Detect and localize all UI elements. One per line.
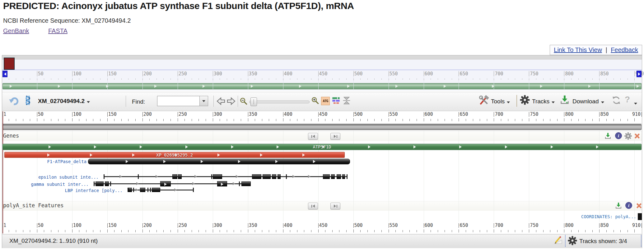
polya-prev-feature-button[interactable]	[308, 203, 318, 209]
strand-arrow-icon	[221, 183, 223, 186]
feature-exon-box[interactable]	[128, 188, 132, 192]
feature-exon-box[interactable]	[241, 181, 251, 186]
chevron-down-icon	[552, 101, 555, 103]
strand-arrow-icon	[49, 145, 51, 148]
chevron-down-icon	[507, 101, 510, 103]
chevron-down-icon	[87, 101, 90, 103]
feature-exon-arrow-box[interactable]	[160, 181, 171, 186]
strand-arrow-icon	[302, 153, 305, 157]
genes-next-feature-button[interactable]	[330, 133, 340, 140]
strand-arrow-icon	[10, 85, 12, 88]
fasta-link[interactable]: FASTA	[48, 27, 68, 35]
pan-right-button[interactable]	[226, 96, 236, 106]
strand-arrow-icon	[551, 145, 553, 148]
help-icon[interactable]: ?	[625, 95, 630, 105]
main-ruler	[2, 111, 642, 124]
polya-info-icon[interactable]: i	[625, 202, 632, 209]
strand-arrow-icon	[505, 145, 507, 148]
strand-arrow-icon	[140, 145, 142, 148]
genes-close-icon[interactable]	[634, 133, 640, 139]
tracks-config-gear-icon[interactable]	[567, 236, 577, 246]
strand-arrow-icon	[260, 153, 263, 157]
toolbar-separator	[213, 96, 214, 107]
feature-label: ATP5F1D	[313, 144, 331, 149]
chevron-down-icon	[634, 103, 637, 105]
flip-strands-icon[interactable]	[342, 96, 351, 105]
overview-pan-right-button[interactable]	[637, 71, 642, 77]
genes-info-icon[interactable]: i	[615, 132, 622, 139]
feature-exon-box[interactable]	[172, 174, 177, 179]
feature-bar[interactable]	[88, 159, 350, 164]
feature-exon-arrow-box[interactable]	[217, 181, 227, 186]
pan-left-button[interactable]	[216, 96, 226, 106]
polya-close-icon[interactable]	[636, 203, 642, 209]
strand-arrow-icon	[299, 85, 301, 88]
strand-arrow-icon	[185, 145, 188, 148]
tracks-menu[interactable]: Tracks	[532, 98, 555, 105]
strand-arrow-icon	[47, 153, 50, 157]
refresh-icon[interactable]	[612, 96, 621, 105]
gear-icon	[520, 95, 530, 105]
feature-exon-box[interactable]	[105, 181, 109, 186]
strand-arrow-icon	[203, 85, 205, 88]
overview-selection-box[interactable]	[4, 58, 15, 70]
tools-menu[interactable]: Tools	[491, 98, 510, 105]
strand-arrow-icon	[277, 145, 279, 148]
zoom-out-icon[interactable]	[240, 97, 248, 106]
feature-exon-box[interactable]	[342, 174, 345, 179]
polya-coordinates-label: COORDINATES: polyA...	[581, 214, 636, 219]
zoom-slider-handle[interactable]	[250, 97, 257, 106]
feature-exon-box[interactable]	[96, 181, 104, 186]
toolbar-overflow-menu[interactable]	[634, 100, 637, 106]
strand-arrow-icon	[444, 85, 446, 88]
find-input[interactable]	[157, 96, 200, 106]
feature-bar[interactable]: ATP5F1D	[2, 144, 642, 150]
feature-exon-box[interactable]	[152, 188, 160, 192]
feature-exon-box[interactable]	[213, 174, 222, 179]
feature-exon-box[interactable]	[323, 174, 330, 179]
zoom-in-icon[interactable]	[311, 96, 320, 105]
sequence-id-dropdown[interactable]: XM_027049494.2	[38, 98, 90, 105]
genes-settings-gear-icon[interactable]	[624, 132, 632, 140]
feedback-link[interactable]: Feedback	[611, 46, 638, 53]
undo-view-icon[interactable]	[9, 96, 20, 107]
overview-pan-left-button[interactable]	[2, 71, 7, 77]
feature-exon-box[interactable]	[178, 174, 182, 179]
overview-sequence-bar[interactable]	[2, 83, 642, 89]
zoom-slider-track[interactable]	[249, 101, 310, 103]
strand-arrow-icon	[492, 85, 494, 88]
polya-next-feature-button[interactable]	[330, 203, 340, 209]
edit-pencil-icon[interactable]	[553, 235, 563, 245]
strand-arrow-icon	[459, 145, 462, 148]
feature-exon-box[interactable]	[263, 174, 271, 179]
link-to-this-view-link[interactable]: Link To This View	[554, 46, 602, 53]
feature-exon-box[interactable]	[140, 188, 145, 192]
strand-arrow-icon	[94, 145, 96, 148]
right-triangle-icon	[638, 73, 640, 76]
feature-exon-box[interactable]	[278, 174, 281, 179]
genes-download-icon[interactable]	[604, 132, 612, 140]
skip-right-icon	[334, 135, 336, 138]
atg-start-codon-icon[interactable]: ATG	[321, 97, 330, 105]
horizontal-scrollbar-thumb[interactable]	[2, 124, 642, 130]
page-title: PREDICTED: Acinonyx jubatus ATP synthase…	[3, 1, 354, 11]
feature-exon-box[interactable]	[331, 174, 335, 179]
position-marker-line	[2, 111, 3, 233]
feature-exon-box[interactable]	[272, 174, 276, 179]
strand-arrow-icon	[90, 153, 92, 157]
viewer-top-strip	[2, 55, 642, 59]
strand-arrow-icon	[58, 85, 60, 88]
genbank-link[interactable]: GenBank	[3, 27, 29, 35]
track-colors-icon[interactable]	[332, 96, 340, 105]
strand-arrow-icon	[313, 160, 315, 163]
polya-download-icon[interactable]	[615, 202, 622, 209]
feature-exon-box[interactable]	[252, 174, 261, 179]
overview-ruler-border	[2, 70, 642, 70]
genes-prev-feature-button[interactable]	[308, 133, 318, 140]
strand-arrow-icon	[596, 145, 599, 148]
toolbar-separator	[516, 95, 517, 107]
download-menu[interactable]: Download	[572, 98, 604, 105]
feature-bar[interactable]: XP_026905295.2	[4, 152, 345, 158]
feature-exon-box[interactable]	[337, 174, 341, 179]
find-dropdown-button[interactable]	[199, 96, 208, 106]
